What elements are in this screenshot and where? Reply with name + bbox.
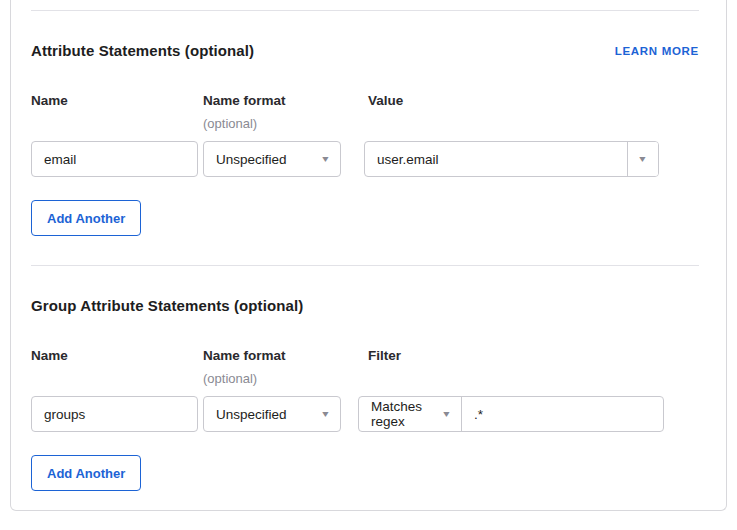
- group-attribute-statements-section: Group Attribute Statements (optional) Na…: [31, 297, 699, 491]
- attribute-name-format-value: Unspecified: [216, 152, 287, 167]
- attribute-column-headers: Name Name format (optional) Value: [31, 93, 699, 131]
- chevron-down-icon: ▾: [322, 409, 328, 419]
- add-another-group-attribute-button[interactable]: Add Another: [31, 455, 141, 491]
- attribute-value-input[interactable]: [365, 142, 627, 176]
- name-column-label: Name: [31, 348, 203, 363]
- learn-more-link[interactable]: LEARN MORE: [615, 45, 699, 57]
- attribute-name-input[interactable]: [31, 141, 198, 177]
- chevron-down-icon: ▾: [443, 409, 449, 419]
- chevron-down-icon: ▾: [640, 154, 646, 164]
- section-divider: [31, 265, 699, 266]
- group-attribute-column-headers: Name Name format (optional) Filter: [31, 348, 699, 386]
- filter-column-label: Filter: [368, 348, 699, 363]
- attribute-statement-row: Unspecified ▾ ▾: [31, 141, 699, 177]
- group-filter-type-select[interactable]: Matches regex ▾: [359, 397, 462, 431]
- group-attribute-statements-title: Group Attribute Statements (optional): [31, 297, 303, 314]
- saml-settings-card: Attribute Statements (optional) LEARN MO…: [10, 0, 727, 511]
- attribute-name-format-select[interactable]: Unspecified ▾: [203, 141, 341, 177]
- name-format-optional-label: (optional): [203, 116, 368, 131]
- group-attribute-statement-row: Unspecified ▾ Matches regex ▾: [31, 396, 699, 432]
- group-filter-type-value: Matches regex: [371, 399, 444, 429]
- chevron-down-icon: ▾: [322, 154, 328, 164]
- name-column-label: Name: [31, 93, 203, 108]
- attribute-value-dropdown-button[interactable]: ▾: [627, 142, 658, 176]
- group-filter-combo: Matches regex ▾: [358, 396, 664, 432]
- group-filter-value-input[interactable]: [462, 397, 663, 431]
- name-format-column-label: Name format: [203, 348, 368, 363]
- attribute-value-combo: ▾: [364, 141, 659, 177]
- name-format-column-label: Name format: [203, 93, 368, 108]
- group-name-format-value: Unspecified: [216, 407, 287, 422]
- attribute-statements-title: Attribute Statements (optional): [31, 42, 254, 59]
- name-format-optional-label: (optional): [203, 371, 368, 386]
- attribute-statements-section: Attribute Statements (optional) LEARN MO…: [31, 42, 699, 236]
- top-divider: [31, 10, 699, 11]
- value-column-label: Value: [368, 93, 699, 108]
- add-another-attribute-button[interactable]: Add Another: [31, 200, 141, 236]
- group-attribute-name-input[interactable]: [31, 396, 198, 432]
- group-name-format-select[interactable]: Unspecified ▾: [203, 396, 341, 432]
